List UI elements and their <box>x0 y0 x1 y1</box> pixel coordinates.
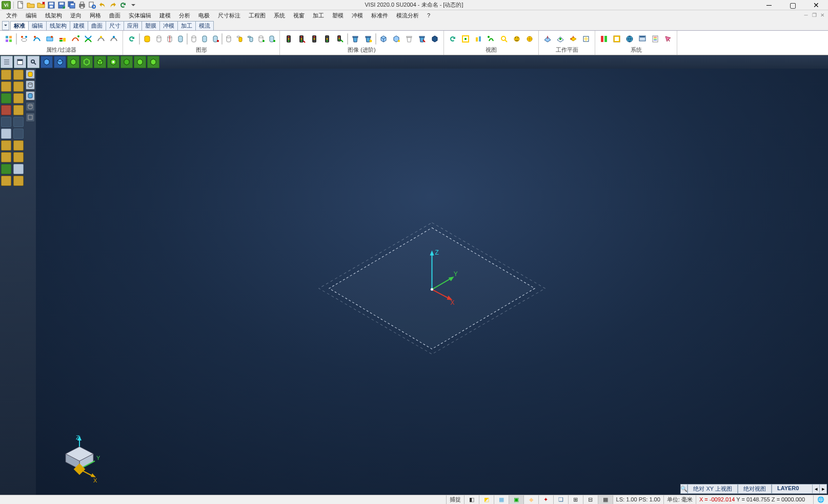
status-btn-7[interactable]: ❏ <box>554 495 569 505</box>
lt2-3-icon[interactable] <box>13 93 24 103</box>
sys-globe-icon[interactable] <box>624 33 635 45</box>
lt2-9-icon[interactable] <box>13 164 24 174</box>
lt1-9-icon[interactable] <box>1 164 11 174</box>
menu-wireframe[interactable]: 线架构 <box>41 11 66 20</box>
tab-dimension[interactable]: 尺寸 <box>106 21 124 30</box>
vp-cube-blue-1-icon[interactable] <box>41 56 53 68</box>
close-button[interactable]: ✕ <box>804 0 828 10</box>
info-view-2[interactable]: 绝对视图 <box>738 484 772 494</box>
menu-machining[interactable]: 加工 <box>309 11 328 20</box>
img-trash-1-icon[interactable] <box>350 33 361 45</box>
menu-window[interactable]: 视窗 <box>289 11 309 20</box>
img-trash-3-icon[interactable] <box>403 33 415 45</box>
save-as-icon[interactable] <box>57 1 66 9</box>
status-snap[interactable]: 捕捉 <box>447 495 465 505</box>
lt3-2-icon[interactable] <box>26 80 35 90</box>
menu-file[interactable]: 文件 <box>2 11 22 20</box>
menu-system[interactable]: 系统 <box>270 11 289 20</box>
menu-drawing[interactable]: 工程图 <box>245 11 270 20</box>
view-tool-6-icon[interactable] <box>511 33 522 45</box>
lt1-5-icon[interactable] <box>1 117 11 127</box>
menu-dimension[interactable]: 尺寸标注 <box>214 11 245 20</box>
mdi-close-icon[interactable]: ✕ <box>819 12 826 19</box>
vp-window-icon[interactable] <box>14 56 26 68</box>
menu-mesh[interactable]: 网格 <box>86 11 105 20</box>
minimize-button[interactable]: ─ <box>757 0 781 10</box>
menu-reverse[interactable]: 逆向 <box>66 11 86 20</box>
gfx-cyl-12-icon[interactable] <box>267 33 276 45</box>
vp-cube-green-6-icon[interactable] <box>134 56 146 68</box>
undo-icon[interactable] <box>98 1 107 9</box>
filter-text-icon[interactable] <box>95 33 107 45</box>
menu-standard-parts[interactable]: 标准件 <box>367 11 392 20</box>
wp-tool-1-icon[interactable] <box>542 33 553 45</box>
menu-edit[interactable]: 编辑 <box>22 11 41 20</box>
lt2-1-icon[interactable] <box>13 70 24 80</box>
info-next-icon[interactable]: ▸ <box>820 484 827 494</box>
lt1-3-icon[interactable] <box>1 93 11 103</box>
info-search-icon[interactable]: 🔍 <box>680 484 688 494</box>
vp-cube-green-3-icon[interactable] <box>94 56 106 68</box>
filter-solid-icon[interactable] <box>57 33 68 45</box>
menu-electrode[interactable]: 电极 <box>194 11 214 20</box>
lt3-4-icon[interactable] <box>26 102 35 111</box>
attr-tool-1-icon[interactable] <box>3 33 14 45</box>
view-tool-3-icon[interactable] <box>473 33 484 45</box>
img-traffic-3-icon[interactable] <box>309 33 320 45</box>
sys-tool-1-icon[interactable] <box>598 33 610 45</box>
maximize-button[interactable]: ▢ <box>781 0 804 10</box>
menu-press[interactable]: 冲模 <box>348 11 367 20</box>
vp-cube-blue-2-icon[interactable] <box>54 56 66 68</box>
lt1-8-icon[interactable] <box>1 152 11 162</box>
tab-moldflow[interactable]: 模流 <box>195 21 214 30</box>
status-ls-ps[interactable]: LS: 1.00 PS: 1.00 <box>613 495 664 505</box>
gfx-cyl-4-icon[interactable] <box>176 33 185 45</box>
status-btn-6[interactable]: ✦ <box>539 495 554 505</box>
filter-mesh-icon[interactable] <box>70 33 81 45</box>
lt1-1-icon[interactable] <box>1 70 11 80</box>
vp-cube-green-1-icon[interactable] <box>67 56 79 68</box>
filter-curve-icon[interactable] <box>31 33 43 45</box>
filter-all-icon[interactable] <box>108 33 119 45</box>
viewport-3d[interactable]: Z Y X Z X Y <box>36 69 828 495</box>
status-btn-1[interactable]: ◧ <box>465 495 479 505</box>
mdi-restore-icon[interactable]: ❐ <box>811 12 818 19</box>
vp-cube-green-4-icon[interactable] <box>107 56 119 68</box>
status-btn-9[interactable]: ⊟ <box>583 495 598 505</box>
lt2-2-icon[interactable] <box>13 81 24 92</box>
print-preview-icon[interactable] <box>88 1 97 9</box>
lt1-2-icon[interactable] <box>1 81 11 92</box>
vp-cube-green-5-icon[interactable] <box>120 56 133 68</box>
img-traffic-4-icon[interactable] <box>321 33 333 45</box>
gfx-cyl-10-icon[interactable] <box>246 33 255 45</box>
img-cube-3-icon[interactable] <box>429 33 440 45</box>
tab-modeling[interactable]: 建模 <box>70 21 88 30</box>
tab-standard[interactable]: 标准 <box>10 21 29 30</box>
gfx-cyl-5-icon[interactable] <box>189 33 198 45</box>
menu-analyze[interactable]: 分析 <box>175 11 194 20</box>
wp-tool-2-icon[interactable] <box>555 33 566 45</box>
view-tool-4-icon[interactable] <box>486 33 497 45</box>
lt2-4-icon[interactable] <box>13 105 24 115</box>
lt1-10-icon[interactable] <box>1 176 11 186</box>
close-file-icon[interactable] <box>36 1 46 9</box>
img-trash-4-icon[interactable] <box>416 33 428 45</box>
sys-tool-6-icon[interactable] <box>662 33 674 45</box>
redo-icon[interactable] <box>108 1 117 9</box>
tab-dropdown-button[interactable] <box>2 21 9 30</box>
mdi-minimize-icon[interactable]: ─ <box>802 12 810 19</box>
status-btn-8[interactable]: ⊞ <box>569 495 583 505</box>
menu-help[interactable]: ? <box>423 11 434 19</box>
vp-list-icon[interactable] <box>1 56 13 68</box>
status-unit[interactable]: 单位: 毫米 <box>664 495 696 505</box>
save-icon[interactable] <box>47 1 56 9</box>
gfx-cylinder-1-icon[interactable] <box>142 33 153 45</box>
gfx-cyl-8-icon[interactable] <box>224 33 233 45</box>
vp-zoom-icon[interactable] <box>27 56 39 68</box>
lt3-5-icon[interactable] <box>26 113 35 122</box>
gfx-cyl-11-icon[interactable] <box>256 33 266 45</box>
info-prev-icon[interactable]: ◂ <box>813 484 820 494</box>
save-all-icon[interactable] <box>67 1 76 9</box>
menu-moldflow[interactable]: 模流分析 <box>392 11 423 20</box>
tab-plastic[interactable]: 塑膜 <box>142 21 160 30</box>
